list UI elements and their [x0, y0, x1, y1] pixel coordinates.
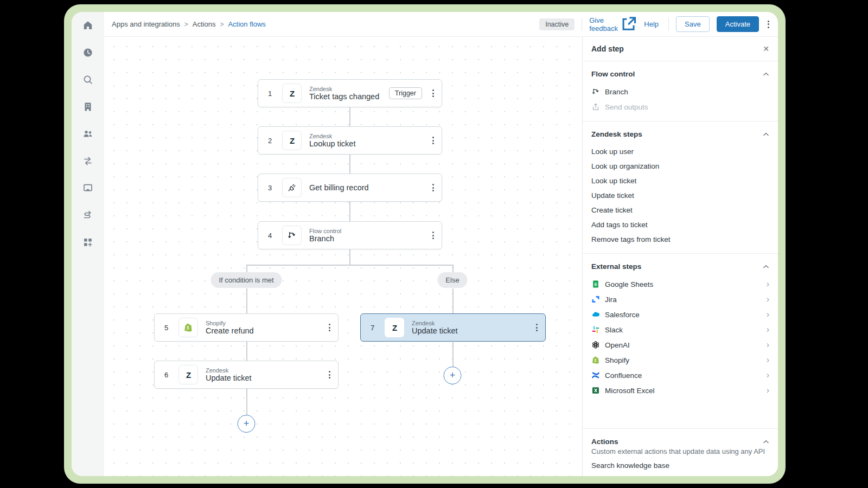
microsoft-excel-icon: [591, 386, 600, 395]
flow-step-1-ticket-tags-changed[interactable]: 1 Z ZendeskTicket tags changed Trigger: [258, 79, 442, 107]
flow-step-7-update-ticket-selected[interactable]: 7 Z ZendeskUpdate ticket: [360, 313, 546, 342]
sidebar-item-organizations[interactable]: [82, 101, 94, 113]
google-sheets-icon: [591, 280, 600, 288]
panel-item-look-up-ticket[interactable]: Look up ticket: [591, 174, 769, 188]
section-title: Actions: [591, 438, 618, 446]
section-zendesk-steps-header[interactable]: Zendesk steps: [591, 129, 769, 139]
breadcrumb-actions[interactable]: Actions: [193, 20, 216, 28]
step-menu-button[interactable]: [327, 371, 331, 378]
sidebar-item-search[interactable]: [82, 74, 94, 86]
flow-step-6-update-ticket[interactable]: 6 Z ZendeskUpdate ticket: [154, 361, 339, 389]
help-label: Help: [644, 20, 659, 28]
step-category: Shopify: [206, 320, 254, 326]
overflow-menu-button[interactable]: [766, 21, 770, 28]
section-external-steps-header[interactable]: External steps: [591, 261, 769, 271]
connector-line: [349, 107, 350, 126]
give-feedback-link[interactable]: Give feedback: [589, 16, 637, 32]
panel-header: Add step ✕: [583, 37, 778, 61]
connector-line: [349, 249, 350, 265]
main-column: Apps and integrations > Actions > Action…: [104, 12, 778, 476]
panel-item-branch[interactable]: Branch: [591, 84, 769, 99]
sidebar-item-workflows[interactable]: [82, 209, 94, 221]
panel-item-confluence[interactable]: Confluence ›: [591, 368, 769, 383]
branch-else-label: Else: [437, 272, 467, 288]
panel-item-openai[interactable]: OpenAI ›: [591, 337, 769, 352]
clock-icon: [82, 47, 93, 58]
flow-step-2-lookup-ticket[interactable]: 2 Z ZendeskLookup ticket: [258, 126, 442, 155]
panel-item-search-knowledge-base[interactable]: Search knowledge base: [591, 461, 769, 470]
sidebar-item-transfers[interactable]: [82, 155, 94, 167]
step-menu-button[interactable]: [327, 324, 331, 331]
sidebar-item-apps[interactable]: [82, 236, 94, 248]
salesforce-icon: [591, 310, 600, 319]
section-title: Zendesk steps: [591, 130, 642, 138]
step-menu-button[interactable]: [431, 232, 435, 239]
step-number: 3: [268, 184, 275, 192]
save-button[interactable]: Save: [676, 16, 710, 32]
sidebar-item-home[interactable]: [82, 20, 94, 31]
flow-step-5-create-refund[interactable]: 5 ShopifyCreate refund: [154, 313, 339, 342]
close-icon[interactable]: ✕: [763, 44, 769, 53]
panel-item-label: Microsoft Excel: [605, 387, 655, 395]
step-menu-button[interactable]: [431, 137, 435, 144]
step-menu-button[interactable]: [431, 184, 435, 191]
app-frame: Apps and integrations > Actions > Action…: [64, 4, 786, 484]
app-window: Apps and integrations > Actions > Action…: [72, 12, 778, 476]
help-link[interactable]: Help: [644, 20, 661, 28]
panel-item-shopify[interactable]: Shopify ›: [591, 352, 769, 368]
section-title: Flow control: [591, 70, 635, 78]
home-icon: [82, 20, 93, 31]
step-category: Zendesk: [309, 86, 379, 92]
chevron-up-icon: [763, 261, 769, 271]
panel-item-send-outputs: Send outputs: [591, 99, 769, 114]
breadcrumb-apps-and-integrations[interactable]: Apps and integrations: [112, 20, 180, 28]
jira-icon: [591, 295, 600, 304]
section-title: External steps: [591, 262, 641, 271]
panel-item-look-up-organization[interactable]: Look up organization: [591, 159, 769, 174]
panel-item-label: Salesforce: [605, 311, 640, 319]
trigger-badge: Trigger: [389, 87, 422, 99]
monitor-icon: [82, 183, 93, 194]
panel-item-remove-tags-from-ticket[interactable]: Remove tags from ticket: [591, 232, 769, 247]
add-step-button-left-branch[interactable]: +: [238, 415, 256, 433]
zendesk-icon: Z: [178, 365, 198, 384]
sidebar-item-customers[interactable]: [82, 128, 94, 140]
step-menu-button[interactable]: [431, 89, 435, 97]
chevron-right-icon: ›: [767, 325, 769, 334]
panel-item-label: OpenAI: [605, 341, 630, 349]
step-menu-button[interactable]: [534, 324, 539, 331]
panel-item-label: Confluence: [605, 371, 642, 380]
add-step-panel: Add step ✕ Flow control Branch: [582, 37, 778, 476]
panel-item-label: Send outputs: [605, 103, 648, 111]
flow-step-3-get-billing-record[interactable]: 3 Get billing record: [258, 174, 442, 202]
top-bar-actions: Inactive Give feedback Help Save Activat…: [539, 16, 770, 32]
slack-icon: [591, 325, 600, 334]
add-step-button-right-branch[interactable]: +: [444, 367, 462, 384]
plug-icon: [282, 178, 302, 197]
sidebar-item-history[interactable]: [82, 47, 94, 59]
panel-item-update-ticket[interactable]: Update ticket: [591, 188, 769, 203]
step-number: 6: [164, 371, 171, 379]
flow-step-4-branch[interactable]: 4 Flow controlBranch: [258, 221, 442, 249]
sidebar-item-screens[interactable]: [82, 182, 94, 194]
panel-item-jira[interactable]: Jira ›: [591, 292, 769, 307]
panel-item-slack[interactable]: Slack ›: [591, 322, 769, 337]
panel-item-look-up-user[interactable]: Look up user: [591, 144, 769, 159]
panel-item-microsoft-excel[interactable]: Microsoft Excel ›: [591, 383, 769, 398]
step-number: 7: [371, 324, 377, 332]
panel-item-salesforce[interactable]: Salesforce ›: [591, 307, 769, 322]
breadcrumb: Apps and integrations > Actions > Action…: [112, 20, 266, 28]
step-title: Branch: [309, 234, 341, 243]
section-flow-control-header[interactable]: Flow control: [591, 69, 769, 79]
building-icon: [82, 101, 93, 112]
panel-item-google-sheets[interactable]: Google Sheets ›: [591, 277, 769, 292]
section-actions-header[interactable]: Actions: [591, 436, 769, 446]
step-category: Zendesk: [412, 320, 458, 326]
section-actions: Actions Custom external actions that upd…: [583, 429, 778, 476]
panel-item-create-ticket[interactable]: Create ticket: [591, 203, 769, 217]
flow-canvas[interactable]: 1 Z ZendeskTicket tags changed Trigger 2…: [104, 37, 582, 476]
panel-item-add-tags-to-ticket[interactable]: Add tags to ticket: [591, 217, 769, 232]
breadcrumb-action-flows[interactable]: Action flows: [228, 20, 265, 28]
chevron-up-icon: [763, 69, 769, 79]
activate-button[interactable]: Activate: [717, 16, 759, 32]
